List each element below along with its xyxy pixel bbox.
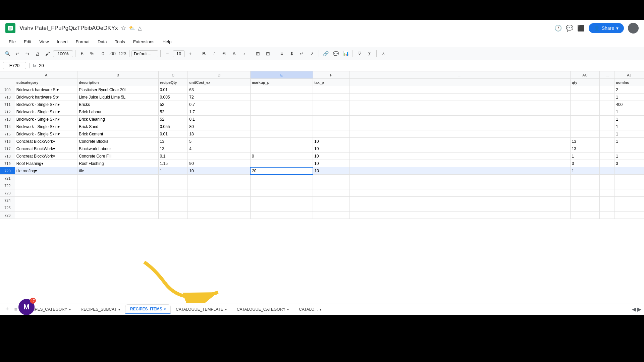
cell-qty[interactable] [570,204,600,212]
cell-tax[interactable] [313,212,350,219]
cell-uom-inc[interactable] [614,197,644,204]
chat-icon[interactable]: 💬 [566,24,573,32]
cell-tax[interactable]: 10 [313,138,350,145]
star-icon[interactable]: ☆ [121,24,126,32]
add-sheet-button[interactable]: + [3,304,12,314]
cell-unit-cost[interactable] [188,204,250,212]
increase-decimal-button[interactable]: .00 [108,49,117,58]
cell-markup[interactable] [250,204,313,212]
cell-tax[interactable] [313,197,350,204]
decrease-decimal-button[interactable]: .0 [98,49,107,58]
cell-qty[interactable] [570,189,600,197]
cell-unit-cost[interactable] [188,182,250,189]
cell-markup[interactable] [250,101,313,108]
align-button[interactable]: ≡ [277,49,286,58]
menu-view[interactable]: View [36,38,52,46]
cell-uom-inc[interactable] [614,175,644,182]
cell-unit-cost[interactable] [188,197,250,204]
cell-tax[interactable] [313,130,350,138]
cell-qty[interactable] [570,94,600,101]
cell-description[interactable]: Brick Cleaning [77,116,158,123]
col-header-aj[interactable]: AJ [614,71,644,79]
cell-markup[interactable] [250,94,313,101]
cell-subcategory[interactable] [15,204,77,212]
italic-button[interactable]: I [209,49,219,58]
cell-description[interactable] [77,175,158,182]
cell-qty[interactable] [570,182,600,189]
cell-description[interactable]: Concrete Core Fill [77,153,158,160]
cell-subcategory[interactable] [15,212,77,219]
tab-catalogue-category[interactable]: CATALOGUE_CATEGORY ▾ [232,305,294,314]
cell-qty[interactable] [570,123,600,130]
cell-unit-cost[interactable] [188,153,250,160]
cell-recipe-qty[interactable]: 0.01 [158,86,188,94]
cell-uom-inc[interactable] [614,189,644,197]
cell-markup[interactable] [250,160,313,167]
cell-markup[interactable] [250,108,313,116]
cell-recipe-qty[interactable] [158,175,188,182]
cell-description[interactable]: Brick Sand [77,123,158,130]
cell-description[interactable]: Bricks [77,101,158,108]
tab-next-button[interactable]: ▶ [637,306,641,312]
cell-subcategory[interactable]: tile roofing▾ [15,167,77,175]
cell-uom-inc[interactable]: 1 [614,138,644,145]
cell-subcategory[interactable]: Concreat BlockWork▾ [15,138,77,145]
cell-tax[interactable] [313,116,350,123]
cell-recipe-qty[interactable]: 13 [158,138,188,145]
cell-unit-cost[interactable]: 72 [188,94,250,101]
rotate-button[interactable]: ↗ [307,49,317,58]
history-icon[interactable]: 🕐 [554,24,562,32]
cloud-icon[interactable]: ⛅ [129,25,135,31]
col-header-b[interactable]: B [77,71,158,79]
cell-unit-cost[interactable]: 0.7 [188,101,250,108]
menu-extensions[interactable]: Extensions [130,38,158,46]
cell-description[interactable] [77,182,158,189]
decrease-font-button[interactable]: − [163,49,172,58]
cell-subcategory[interactable]: Brickwork - Single Skin▾ [15,101,77,108]
cell-unit-cost[interactable]: 4 [188,145,250,153]
cell-unit-cost[interactable]: 18 [188,130,250,138]
cell-markup[interactable] [250,182,313,189]
bold-button[interactable]: B [199,49,209,58]
cell-recipe-qty[interactable]: 52 [158,108,188,116]
cell-qty[interactable] [570,175,600,182]
cell-description[interactable] [77,204,158,212]
cell-uom-inc[interactable]: 1 [614,130,644,138]
cell-recipe-qty[interactable] [158,189,188,197]
menu-format[interactable]: Format [72,38,93,46]
menu-file[interactable]: File [5,38,19,46]
cell-qty[interactable] [570,86,600,94]
cell-subcategory[interactable]: Brickwork hardware St▾ [15,86,77,94]
valign-button[interactable]: ⬍ [287,49,297,58]
cell-recipe-qty[interactable]: 0.1 [158,153,188,160]
function-button[interactable]: ∑ [365,49,374,58]
cell-markup[interactable] [250,123,313,130]
cell-description[interactable]: Brick Labour [77,108,158,116]
print-button[interactable]: 🖨 [33,49,42,58]
tab-catalogue-template[interactable]: CATALOGUE_TEMPLATE ▾ [171,305,232,314]
link-button[interactable]: 🔗 [321,49,330,58]
menu-tools[interactable]: Tools [111,38,128,46]
cell-unit-cost[interactable] [188,175,250,182]
fill-color-button[interactable]: ⬦ [239,49,249,58]
cell-subcategory[interactable] [15,182,77,189]
cell-unit-cost[interactable]: 1.7 [188,108,250,116]
cell-recipe-qty[interactable]: 0.055 [158,123,188,130]
cell-markup[interactable]: 0 [250,153,313,160]
cell-description[interactable] [77,212,158,219]
cell-unit-cost[interactable]: 90 [188,160,250,167]
cell-description[interactable] [77,197,158,204]
more-formats-button[interactable]: 123 [118,49,127,58]
cell-subcategory[interactable]: Concreat BlockWork▾ [15,153,77,160]
cell-tax[interactable] [313,189,350,197]
cell-recipe-qty[interactable] [158,204,188,212]
share-button[interactable]: 👤 Share ▾ [589,23,624,33]
cell-tax[interactable] [313,108,350,116]
cell-qty[interactable] [570,101,600,108]
cell-recipe-qty[interactable]: 13 [158,145,188,153]
drive-icon[interactable]: △ [138,25,142,31]
cell-qty[interactable] [570,130,600,138]
cell-description[interactable]: tile [77,167,158,175]
cell-subcategory[interactable] [15,189,77,197]
cell-unit-cost[interactable]: 80 [188,123,250,130]
